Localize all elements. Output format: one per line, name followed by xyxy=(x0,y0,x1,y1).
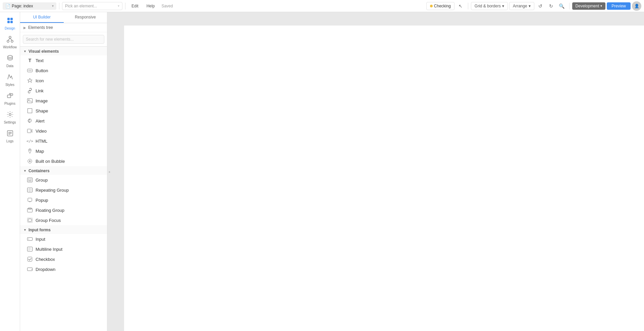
edit-button[interactable]: Edit xyxy=(128,2,142,10)
checking-status-dot xyxy=(430,5,433,7)
image-element-label: Image xyxy=(36,98,48,103)
element-dropdown[interactable]: Dropdown xyxy=(20,264,107,274)
element-repeating-group[interactable]: Repeating Group xyxy=(20,185,107,195)
video-element-label: Video xyxy=(36,129,47,134)
pick-element-label: Pick an element... xyxy=(65,4,97,8)
element-group-focus[interactable]: Group Focus xyxy=(20,215,107,225)
element-link[interactable]: Link xyxy=(20,86,107,96)
svg-rect-25 xyxy=(28,178,33,182)
element-text[interactable]: T Text xyxy=(20,55,107,65)
logs-label: Logs xyxy=(6,139,14,143)
main-area: Design Workflow xyxy=(0,12,644,331)
svg-point-24 xyxy=(29,160,31,162)
sidebar-item-data[interactable]: Data xyxy=(1,52,19,70)
element-input[interactable]: Input xyxy=(20,234,107,244)
group-element-label: Group xyxy=(36,178,48,183)
svg-point-6 xyxy=(11,40,13,42)
tab-responsive[interactable]: Responsive xyxy=(64,12,107,23)
tab-ui-builder[interactable]: UI Builder xyxy=(20,12,64,23)
input-forms-label: Input forms xyxy=(29,228,51,232)
sidebar-item-plugins[interactable]: Plugins xyxy=(1,90,19,107)
data-icon xyxy=(6,54,14,63)
text-element-label: Text xyxy=(36,58,44,63)
page-icon: 📄 xyxy=(5,4,10,8)
button-element-label: Button xyxy=(36,68,48,73)
elements-tree-row[interactable]: ▶ Elements tree xyxy=(20,23,107,32)
development-button[interactable]: Development ▾ xyxy=(572,2,606,10)
undo-button[interactable]: ↺ xyxy=(536,1,545,11)
element-icon[interactable]: Icon xyxy=(20,76,107,86)
workflow-icon xyxy=(6,36,14,45)
saved-label: Saved xyxy=(159,4,175,8)
element-video[interactable]: Video xyxy=(20,126,107,136)
element-image[interactable]: Image xyxy=(20,96,107,106)
preview-button[interactable]: Preview xyxy=(607,2,631,10)
logs-icon xyxy=(6,130,14,139)
element-map[interactable]: Map xyxy=(20,146,107,156)
button-element-icon xyxy=(27,67,33,74)
element-html[interactable]: </> HTML xyxy=(20,136,107,146)
containers-label: Containers xyxy=(29,169,50,173)
page-label: Page: index xyxy=(12,4,33,8)
element-multiline-input[interactable]: Multiline Input xyxy=(20,244,107,254)
svg-line-7 xyxy=(8,38,10,40)
pointer-tool-button[interactable]: ↖ xyxy=(456,1,465,11)
built-on-bubble-element-label: Built on Bubble xyxy=(36,159,65,164)
sidebar-item-styles[interactable]: Styles xyxy=(1,71,19,89)
map-element-label: Map xyxy=(36,149,44,154)
svg-rect-10 xyxy=(7,95,11,98)
plugins-label: Plugins xyxy=(4,102,15,105)
svg-rect-22 xyxy=(28,129,31,133)
topbar-separator-3 xyxy=(468,3,468,9)
visual-elements-header[interactable]: ▼ Visual elements xyxy=(20,47,107,55)
svg-rect-2 xyxy=(7,21,10,23)
element-popup[interactable]: Popup xyxy=(20,195,107,205)
html-element-icon: </> xyxy=(27,138,33,144)
checkbox-element-icon xyxy=(27,256,33,262)
input-forms-arrow-icon: ▼ xyxy=(23,228,26,232)
element-alert[interactable]: Alert xyxy=(20,116,107,126)
element-shape[interactable]: Shape xyxy=(20,106,107,116)
element-built-on-bubble[interactable]: Built on Bubble xyxy=(20,156,107,166)
video-element-icon xyxy=(27,128,33,134)
svg-rect-11 xyxy=(11,94,13,95)
sidebar-item-logs[interactable]: Logs xyxy=(1,128,19,145)
svg-rect-38 xyxy=(28,238,33,241)
search-button[interactable]: 🔍 xyxy=(557,1,567,11)
element-checkbox[interactable]: Checkbox xyxy=(20,254,107,264)
panel-tabs: UI Builder Responsive xyxy=(20,12,107,23)
pick-element-selector[interactable]: Pick an element... ▾ xyxy=(62,2,122,10)
input-forms-header[interactable]: ▼ Input forms xyxy=(20,225,107,234)
panel-collapse-handle[interactable]: ◂ xyxy=(107,12,111,331)
link-element-icon xyxy=(27,88,33,94)
svg-rect-19 xyxy=(28,99,33,103)
element-floating-group[interactable]: Floating Group xyxy=(20,205,107,215)
redo-button[interactable]: ↻ xyxy=(546,1,556,11)
checking-button[interactable]: Checking xyxy=(426,2,454,10)
sidebar-item-workflow[interactable]: Workflow xyxy=(1,34,19,51)
grid-borders-button[interactable]: Grid & borders ▾ xyxy=(471,2,508,10)
sidebar-item-settings[interactable]: Settings xyxy=(1,109,19,126)
left-panel: UI Builder Responsive ▶ Elements tree ▼ … xyxy=(20,12,107,331)
image-element-icon xyxy=(27,98,33,104)
user-avatar[interactable]: 👤 xyxy=(632,1,641,11)
containers-header[interactable]: ▼ Containers xyxy=(20,166,107,175)
visual-elements-label: Visual elements xyxy=(29,49,59,54)
element-button[interactable]: Button xyxy=(20,65,107,76)
html-element-label: HTML xyxy=(36,139,47,144)
styles-icon xyxy=(6,73,14,82)
plugins-icon xyxy=(6,92,14,101)
alert-element-icon xyxy=(27,118,33,124)
icon-element-label: Icon xyxy=(36,78,44,83)
element-search-input[interactable] xyxy=(23,35,104,44)
svg-rect-26 xyxy=(28,179,30,180)
arrange-button[interactable]: Arrange ▾ xyxy=(509,2,534,10)
svg-line-8 xyxy=(10,38,12,40)
data-label: Data xyxy=(6,64,13,68)
elements-list: ▼ Visual elements T Text Button Icon xyxy=(20,47,107,331)
svg-rect-1 xyxy=(10,18,13,20)
element-group[interactable]: Group xyxy=(20,175,107,185)
sidebar-item-design[interactable]: Design xyxy=(1,15,19,32)
help-button[interactable]: Help xyxy=(143,2,158,10)
page-selector[interactable]: 📄 Page: index ▾ xyxy=(3,2,56,10)
